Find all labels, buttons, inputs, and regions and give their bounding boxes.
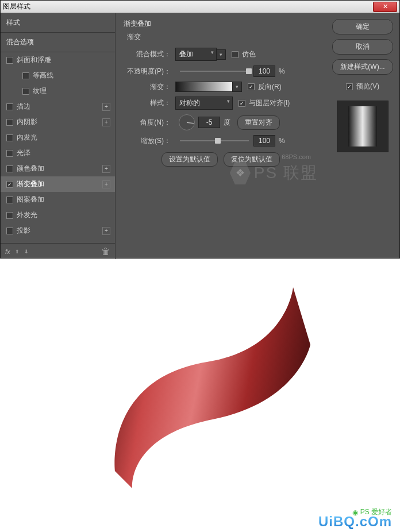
dither-check[interactable]: 仿色 [232,49,256,59]
plus-icon[interactable]: + [102,180,110,188]
chevron-down-icon[interactable]: ▾ [217,49,226,60]
style-inner-glow[interactable]: 内发光 [1,130,115,145]
chevron-down-icon[interactable]: ▾ [233,82,242,92]
percent-label: % [279,67,285,75]
slider-thumb[interactable] [246,68,252,74]
blend-mode-label: 混合模式： [124,49,175,59]
style-row: 样式： 对称的 与图层对齐(I) [124,97,318,110]
left-bottom-bar: fx ⬆ ⬇ 🗑 [1,243,115,259]
checkbox[interactable] [248,83,255,90]
style-outer-glow[interactable]: 外发光 [1,207,115,223]
watermark-text: PS 联盟 [254,162,318,184]
plus-icon[interactable]: + [102,165,110,173]
checkbox[interactable] [6,134,13,141]
reset-align-button[interactable]: 重置对齐 [237,115,280,130]
checkbox[interactable] [232,51,239,58]
checkbox[interactable] [6,57,13,64]
ribbon-shape [80,276,310,494]
gradient-label: 渐变： [124,82,175,92]
style-texture[interactable]: 纹理 [1,83,115,99]
angle-row: 角度(N)： 度 重置对齐 [124,114,318,130]
style-stroke[interactable]: 描边+ [1,99,115,114]
opacity-slider[interactable] [180,71,249,72]
checkbox[interactable] [6,150,13,157]
style-list: 斜面和浮雕 等高线 纹理 描边+ 内阴影+ 内发光 光泽 颜色叠加+ 渐变叠加+… [1,52,115,243]
ribbon-preview-area: ◉ PS 爱好者 UiBQ.cOm [0,264,400,532]
arrow-down-icon[interactable]: ⬇ [24,249,29,255]
checkbox[interactable] [6,165,13,172]
style-gradient-overlay[interactable]: 渐变叠加+ [1,176,115,192]
arrow-up-icon[interactable]: ⬆ [15,249,20,255]
gradient-row: 渐变： ▾ 反向(R) [124,82,318,92]
new-style-button[interactable]: 新建样式(W)... [332,59,393,75]
section-title: 渐变叠加 [124,19,318,29]
blend-mode-select[interactable]: 叠加 [175,48,217,61]
opacity-input[interactable] [253,65,275,77]
checkbox[interactable] [22,88,29,95]
checkbox[interactable] [346,83,353,90]
plus-icon[interactable]: + [102,227,110,235]
scale-row: 缩放(S)： % [124,135,318,147]
watermark-url: 68PS.com [282,153,311,160]
plus-icon[interactable]: + [102,103,110,111]
style-satin[interactable]: 光泽 [1,145,115,161]
checkbox[interactable] [6,103,13,110]
reverse-check[interactable]: 反向(R) [248,82,282,92]
cancel-button[interactable]: 取消 [332,39,393,55]
opacity-row: 不透明度(P)： % [124,65,318,77]
checkbox[interactable] [22,72,29,79]
style-bevel[interactable]: 斜面和浮雕 [1,52,115,68]
style-inner-shadow[interactable]: 内阴影+ [1,114,115,130]
style-pattern-overlay[interactable]: 图案叠加 [1,192,115,207]
angle-input[interactable] [198,117,220,128]
checkbox[interactable] [6,119,13,126]
preview-box [337,101,389,152]
style-color-overlay[interactable]: 颜色叠加+ [1,161,115,176]
gradient-picker[interactable] [175,82,233,92]
checkbox[interactable] [6,228,13,234]
styles-header[interactable]: 样式 [1,13,115,33]
titlebar[interactable]: 图层样式 ✕ [1,1,399,13]
checkbox[interactable] [6,212,13,219]
style-select[interactable]: 对称的 [175,97,233,110]
center-panel: 渐变叠加 渐变 混合模式： 叠加 ▾ 仿色 不透明度(P)： % 渐变： ▾ 反… [116,13,326,259]
scale-label: 缩放(S)： [124,136,175,146]
layer-style-dialog: 图层样式 ✕ 样式 混合选项 斜面和浮雕 等高线 纹理 描边+ 内阴影+ 内发光… [0,0,400,259]
section-sub: 渐变 [127,32,318,42]
dialog-body: 样式 混合选项 斜面和浮雕 等高线 纹理 描边+ 内阴影+ 内发光 光泽 颜色叠… [1,13,399,259]
slider-thumb[interactable] [215,138,221,144]
blend-mode-row: 混合模式： 叠加 ▾ 仿色 [124,48,318,61]
opacity-label: 不透明度(P)： [124,67,175,76]
dialog-title: 图层样式 [3,2,373,11]
style-drop-shadow[interactable]: 投影+ [1,223,115,238]
plus-icon[interactable]: + [102,118,110,126]
fx-label[interactable]: fx [5,248,10,255]
preview-gradient [348,106,377,147]
blend-options[interactable]: 混合选项 [1,33,115,52]
style-contour[interactable]: 等高线 [1,68,115,83]
style-label: 样式： [124,98,175,108]
angle-label: 角度(N)： [124,118,175,128]
angle-dial[interactable] [179,114,195,130]
trash-icon[interactable]: 🗑 [101,246,110,257]
ok-button[interactable]: 确定 [332,19,393,34]
checkbox[interactable] [6,196,13,203]
close-button[interactable]: ✕ [373,2,397,12]
degree-label: 度 [224,118,230,128]
checkbox[interactable] [6,181,13,188]
checkbox[interactable] [239,100,245,107]
align-check[interactable]: 与图层对齐(I) [239,98,290,108]
hex-icon: ❖ [230,161,251,184]
right-panel: 确定 取消 新建样式(W)... 预览(V) [326,13,399,259]
set-default-button[interactable]: 设置为默认值 [161,152,218,167]
scale-slider[interactable] [180,140,249,141]
bottom-url: UiBQ.cOm [318,514,392,530]
watermark: ❖ PS 联盟 [230,161,318,184]
preview-check[interactable]: 预览(V) [346,82,379,91]
left-panel: 样式 混合选项 斜面和浮雕 等高线 纹理 描边+ 内阴影+ 内发光 光泽 颜色叠… [1,13,116,259]
percent-label: % [279,137,285,145]
scale-input[interactable] [253,135,275,147]
